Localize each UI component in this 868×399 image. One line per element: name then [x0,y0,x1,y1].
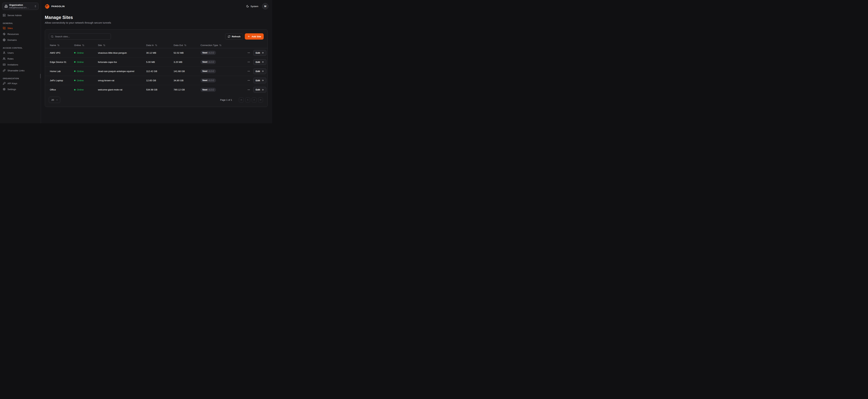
sidebar-item-sites[interactable]: Sites [3,25,38,31]
connection-type-badge: Newt v1.3.2 [200,51,216,55]
prev-page-button[interactable] [245,97,250,102]
site-slug: fortunate-cape-fox [98,61,146,63]
org-value: milo@fossorial.io's ... [9,6,34,9]
row-menu-button[interactable] [247,51,251,55]
site-status: Online [74,70,98,72]
data-out-value: 34.80 GB [174,79,200,82]
plus-icon [247,35,250,38]
data-out-value: 780.12 GB [174,88,200,91]
column-header[interactable]: Connection Type [200,44,242,47]
arrow-up-down-icon [103,44,105,47]
connection-version: v1.3.2 [209,61,214,63]
arrow-right-icon [261,52,264,54]
refresh-button[interactable]: Refresh [225,33,243,39]
sidebar-nav: Server AdminGeneralSitesResourcesDomains… [0,10,41,92]
row-menu-button[interactable] [247,88,251,92]
arrow-right-icon [261,79,264,82]
refresh-icon [228,35,230,38]
arrow-up-down-icon [57,44,60,47]
connection-version: v1.3.2 [209,52,214,54]
sidebar-item-roles[interactable]: Roles [3,56,38,62]
sidebar-item-server-admin[interactable]: Server Admin [3,12,38,18]
status-text: Online [77,61,84,63]
site-slug: smug-brown-rat [98,79,146,82]
row-menu-button[interactable] [247,69,251,73]
arrow-right-icon [261,61,264,63]
search-input[interactable] [55,35,109,38]
sidebar-item-label: Server Admin [7,14,22,17]
first-page-button[interactable] [239,97,244,102]
users-icon [3,57,5,60]
edit-button[interactable]: Edit [253,50,267,56]
connection-version: v1.3.2 [209,89,214,91]
column-header[interactable]: Site [98,44,146,47]
connection-version: v1.3.2 [209,79,214,82]
org-label: Organization [9,4,34,6]
sidebar-item-resources[interactable]: Resources [3,31,38,37]
status-text: Online [77,52,84,54]
arrow-right-icon [261,70,264,72]
connection-type-badge: Newt v1.3.2 [200,69,216,73]
site-slug: vivacious-little-blue-penguin [98,52,146,54]
arrow-up-down-icon [219,44,221,47]
last-page-button[interactable] [258,97,263,102]
sidebar-scrollbar[interactable] [40,74,41,78]
row-menu-button[interactable] [247,79,251,82]
sidebar-item-label: API Keys [7,82,17,85]
edit-button[interactable]: Edit [253,59,267,65]
sidebar-item-domains[interactable]: Domains [3,37,38,43]
connection-type: Newt [203,61,208,63]
data-in-value: 5.00 MB [146,61,174,63]
key-icon [3,82,5,85]
sidebar-item-shareable-links[interactable]: Shareable Links [3,67,38,73]
column-header[interactable]: Name [50,44,74,47]
online-dot [74,70,75,72]
pagination: 20 Page 1 of 1 [45,97,268,103]
online-dot [74,80,75,81]
user-icon [3,52,5,54]
site-name: Jeff's Laptop [50,79,74,82]
connection-version: v1.3.2 [209,70,214,72]
arrow-up-down-icon [155,44,157,47]
search-box [49,33,111,39]
page-header: Manage Sites Allow connectivity to your … [41,12,272,24]
site-status: Online [74,61,98,63]
column-header[interactable]: Data Out [174,44,200,47]
column-header[interactable]: Data In [146,44,174,47]
add-site-button[interactable]: Add Site [245,33,264,39]
edit-button[interactable]: Edit [253,68,267,74]
data-in-value: 112.42 GB [146,70,174,72]
sidebar-item-invitations[interactable]: Invitations [3,62,38,67]
column-header[interactable]: Online [74,44,98,47]
online-dot [74,61,75,63]
site-status: Online [74,88,98,91]
brand[interactable]: PANGOLIN [45,4,65,9]
page-size-select[interactable]: 20 [49,97,60,103]
edit-button[interactable]: Edit [253,87,267,93]
sidebar-item-settings[interactable]: Settings [3,86,38,92]
theme-toggle[interactable]: System [246,5,258,8]
chevrons-left-icon [240,99,243,101]
connection-type: Newt [203,79,208,82]
site-slug: dead-san-joaquin-antelope-squirrel [98,70,146,72]
row-menu-button[interactable] [247,60,251,64]
data-out-value: 52.02 MB [174,52,200,54]
sidebar-item-label: Sites [7,27,13,30]
link-icon [3,69,5,72]
edit-button[interactable]: Edit [253,78,267,83]
table-header: NameOnlineSiteData InData OutConnection … [45,42,268,48]
search-icon [51,35,54,38]
next-page-button[interactable] [252,97,256,102]
data-in-value: 534.98 GB [146,88,174,91]
avatar[interactable]: M [262,3,268,9]
building-icon [4,5,8,8]
nav-section-title: General [3,22,38,24]
org-switcher[interactable]: Organization milo@fossorial.io's ... [2,3,38,10]
site-slug: welcome-giant-mole-rat [98,88,146,91]
status-text: Online [77,70,84,72]
topbar: PANGOLIN System M [41,0,272,12]
online-dot [74,89,75,90]
sidebar-item-users[interactable]: Users [3,50,38,56]
sidebar-item-label: Users [7,52,14,54]
sidebar-item-api-keys[interactable]: API Keys [3,81,38,86]
